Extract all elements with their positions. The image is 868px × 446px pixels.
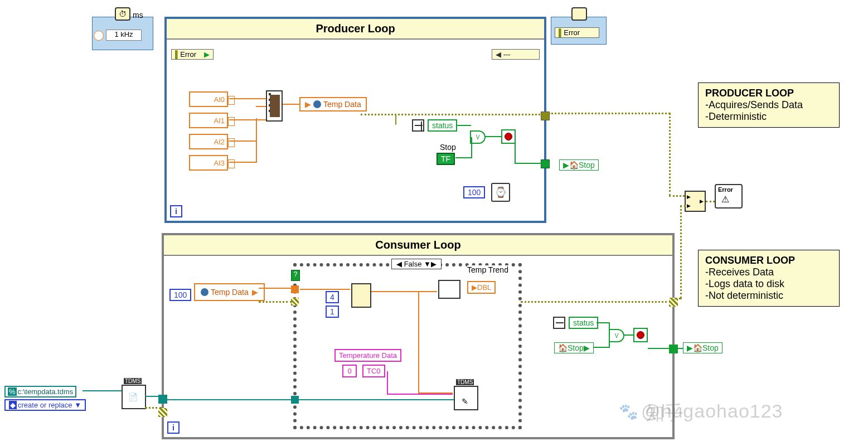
tdms-mode-ring[interactable]: ◆create or replace ▼ [4, 399, 86, 411]
ai-channel-1[interactable]: AI1 [189, 113, 228, 128]
consumer-note-line2: -Logs data to disk [705, 278, 832, 290]
consumer-index-const-2[interactable]: 1 [326, 306, 339, 318]
ai-channel-2[interactable]: AI2 [189, 134, 228, 149]
wire [593, 347, 610, 348]
case-tunnel-error [291, 298, 299, 306]
error-dialog-node[interactable]: Error ⚠ [715, 184, 743, 209]
consumer-tdms-error-tunnel [158, 408, 167, 417]
consumer-loop-title: Consumer Loop [164, 235, 672, 256]
graph-terminal[interactable] [438, 280, 460, 299]
period-value[interactable]: 1 kHz [106, 30, 142, 41]
temperature-data-channel[interactable]: TC0 [362, 365, 385, 377]
producer-bool-tunnel [541, 159, 550, 168]
consumer-temp-data-var[interactable]: Temp Data▶ [194, 283, 265, 301]
wait-ms-icon[interactable]: ⌚ [491, 183, 510, 202]
error-wire [145, 407, 162, 409]
consumer-stop-local[interactable]: 🏠Stop▶ [554, 342, 594, 353]
index-array-node[interactable] [351, 283, 371, 308]
producer-status-label: status [428, 119, 457, 132]
clock-right-icon [571, 7, 587, 21]
producer-wait-constant[interactable]: 100 [463, 186, 485, 198]
consumer-iteration-terminal: i [167, 421, 180, 434]
producer-note: PRODUCER LOOP -Acquires/Sends Data -Dete… [698, 83, 840, 128]
wire [418, 291, 419, 392]
wire [457, 125, 471, 126]
error-wire-ext [680, 205, 686, 207]
wire [300, 289, 350, 290]
error-wire [521, 301, 671, 303]
tdms-open-node[interactable]: TDMS 📄 [122, 385, 146, 409]
error-wire-ext [669, 195, 685, 197]
producer-stop-boolean[interactable]: TF [437, 153, 455, 165]
wire [648, 348, 672, 349]
wire [471, 137, 472, 158]
temp-trend-label: Temp Trend [467, 265, 508, 274]
temp-trend-type: ▶DBL [467, 281, 496, 294]
timed-loop-right-panel: ▌Error [551, 17, 607, 45]
wire [371, 291, 437, 292]
consumer-stop-global[interactable]: ▶🏠Stop [683, 342, 722, 353]
consumer-note-line3: -Not deterministic [705, 290, 832, 302]
wire [259, 288, 292, 289]
consumer-unbundle-status[interactable] [553, 317, 565, 329]
producer-stop-terminal[interactable] [501, 129, 516, 144]
error-wire-ext [669, 113, 671, 196]
wire [283, 104, 299, 105]
merge-errors-node[interactable]: ▶ ▶ ▶ [685, 191, 706, 212]
temperature-data-label[interactable]: Temperature Data [334, 349, 401, 362]
error-wire [259, 301, 292, 303]
consumer-index-const-1[interactable]: 4 [326, 291, 339, 303]
build-array-node[interactable] [266, 90, 283, 122]
wire [516, 163, 544, 164]
case-selector[interactable]: ◀ False ▼▶ [391, 259, 442, 269]
wire [229, 140, 257, 142]
watermark-logo: 🐾 [619, 403, 638, 421]
ai-channel-3[interactable]: AI3 [189, 155, 228, 171]
error-wire-ext [680, 205, 682, 299]
consumer-loop-frame: Consumer Loop 100 Temp Data▶ ◀ False ▼▶ … [162, 233, 675, 439]
error-wire-ext [706, 201, 715, 202]
wire [675, 348, 683, 349]
ai-channel-0[interactable]: AI0 [189, 91, 228, 107]
producer-unbundle-status[interactable] [412, 119, 424, 132]
wire [455, 157, 472, 158]
wire [387, 371, 388, 395]
tdms-write-node[interactable]: TDMS ✎ [454, 386, 478, 410]
case-selector-terminal: ? [291, 270, 300, 281]
temperature-data-index[interactable]: 0 [342, 365, 357, 377]
wire [515, 136, 516, 164]
right-error-terminal[interactable]: ▌Error [555, 27, 599, 38]
error-wire [361, 114, 544, 115]
wire [229, 162, 257, 163]
producer-left-error-terminal[interactable]: ▌Error▶ [171, 49, 214, 60]
consumer-bool-tunnel [669, 345, 678, 353]
wire [256, 106, 266, 107]
wire [387, 394, 453, 395]
wire [145, 396, 158, 397]
producer-loop-title: Producer Loop [167, 19, 544, 40]
wire [256, 118, 257, 163]
consumer-note-title: CONSUMER LOOP [705, 255, 832, 266]
error-wire-ext [549, 113, 670, 114]
consumer-or-gate[interactable]: V [609, 329, 624, 342]
consumer-note: CONSUMER LOOP -Receives Data -Logs data … [698, 250, 840, 307]
timed-loop-left-panel: ⏱ ms 1 kHz [92, 17, 153, 50]
consumer-size-constant[interactable]: 100 [169, 289, 191, 301]
wire [83, 390, 122, 391]
producer-loop-frame: Producer Loop ▌Error▶ ◀ --- AI0 AI1 AI2 … [164, 17, 546, 223]
producer-stop-global[interactable]: ▶🏠Stop [559, 159, 599, 171]
wire [164, 399, 454, 400]
producer-temp-data-var[interactable]: ▶Temp Data [299, 97, 367, 112]
wire [229, 119, 266, 120]
producer-note-title: PRODUCER LOOP [705, 88, 832, 99]
wire [486, 136, 501, 137]
consumer-stop-terminal[interactable] [633, 328, 648, 342]
clock-icon: ⏱ [115, 7, 130, 21]
wire [609, 322, 610, 348]
wire [597, 322, 610, 323]
watermark-text2: @hugaohao123 [641, 400, 783, 422]
tdms-path-constant[interactable]: %c:\tempdata.tdms [4, 386, 76, 397]
case-tunnel-data [291, 285, 299, 293]
producer-right-config-terminal[interactable]: ◀ --- [492, 49, 540, 60]
producer-or-gate[interactable]: V [470, 130, 486, 144]
